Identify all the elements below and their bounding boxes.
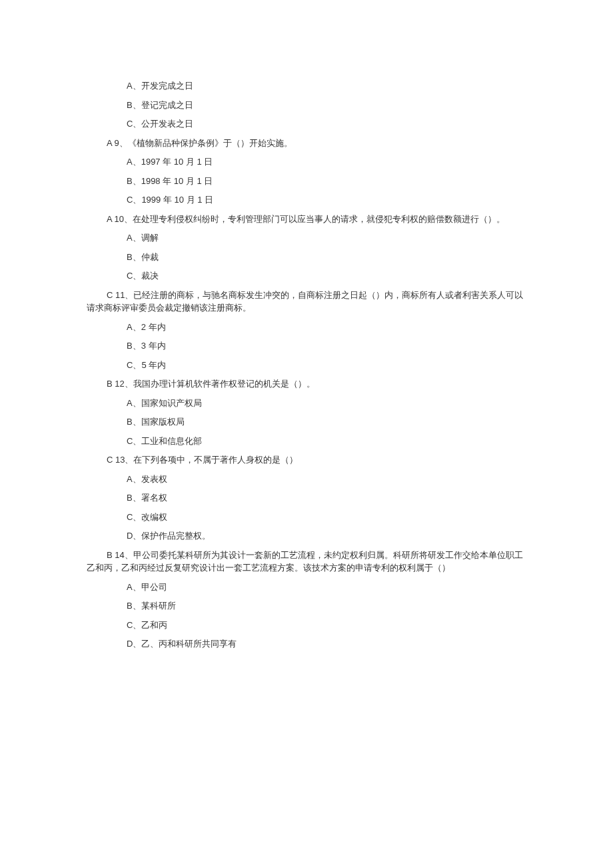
option-b: B、仲裁: [127, 251, 526, 264]
question-lead: A 10、: [107, 214, 133, 224]
option-d: D、乙、丙和科研所共同享有: [127, 637, 526, 651]
option-a: A、开发完成之日: [127, 79, 526, 93]
question-text: A 9、《植物新品种保护条例》于（）开始实施。: [87, 137, 526, 150]
question-lead: B 12、: [107, 379, 133, 389]
option-c: C、改编权: [127, 511, 526, 524]
option-c: C、乙和丙: [127, 619, 526, 632]
question-block-10: A 10、在处理专利侵权纠纷时，专利管理部门可以应当事人的请求，就侵犯专利权的赔…: [87, 213, 526, 283]
question-body: 《植物新品种保护条例》于（）开始实施。: [128, 138, 293, 148]
option-a: A、发表权: [127, 473, 526, 486]
option-b: B、3 年内: [127, 339, 526, 353]
question-lead: C 13、: [107, 455, 133, 465]
question-block-13: C 13、在下列各项中，不属于著作人身权的是（） A、发表权 B、署名权 C、改…: [87, 453, 526, 543]
option-c: C、公开发表之日: [127, 117, 526, 131]
question-text: B 12、我国办理计算机软件著作权登记的机关是（）。: [87, 377, 526, 391]
question-text: A 10、在处理专利侵权纠纷时，专利管理部门可以应当事人的请求，就侵犯专利权的赔…: [87, 213, 526, 226]
option-a: A、国家知识产权局: [127, 397, 526, 410]
option-c: C、裁决: [127, 269, 526, 283]
option-b: B、登记完成之日: [127, 99, 526, 112]
question-text: C 11、已经注册的商标，与驰名商标发生冲突的，自商标注册之日起（）内，商标所有…: [87, 289, 526, 315]
question-body: 在处理专利侵权纠纷时，专利管理部门可以应当事人的请求，就侵犯专利权的赔偿数额进行…: [133, 214, 505, 224]
question-body: 已经注册的商标，与驰名商标发生冲突的，自商标注册之日起（）内，商标所有人或者利害…: [87, 290, 523, 313]
question-text: C 13、在下列各项中，不属于著作人身权的是（）: [87, 453, 526, 467]
question-block: A、开发完成之日 B、登记完成之日 C、公开发表之日: [87, 79, 526, 131]
question-body: 我国办理计算机软件著作权登记的机关是（）。: [133, 379, 315, 389]
question-body: 在下列各项中，不属于著作人身权的是（）: [133, 455, 298, 465]
option-c: C、1999 年 10 月 1 日: [127, 193, 526, 207]
question-lead: A 9、: [107, 138, 128, 148]
option-a: A、1997 年 10 月 1 日: [127, 155, 526, 169]
question-block-12: B 12、我国办理计算机软件著作权登记的机关是（）。 A、国家知识产权局 B、国…: [87, 377, 526, 447]
option-d: D、保护作品完整权。: [127, 529, 526, 543]
option-b: B、1998 年 10 月 1 日: [127, 175, 526, 188]
question-lead: C 11、: [107, 290, 133, 300]
question-block-14: B 14、甲公司委托某科研所为其设计一套新的工艺流程，未约定权利归属。科研所将研…: [87, 549, 526, 651]
option-b: B、国家版权局: [127, 415, 526, 429]
option-a: A、2 年内: [127, 321, 526, 334]
option-c: C、5 年内: [127, 359, 526, 372]
question-block-11: C 11、已经注册的商标，与驰名商标发生冲突的，自商标注册之日起（）内，商标所有…: [87, 289, 526, 372]
option-b: B、某科研所: [127, 599, 526, 613]
option-a: A、调解: [127, 231, 526, 245]
question-body: 甲公司委托某科研所为其设计一套新的工艺流程，未约定权利归属。科研所将研发工作交给…: [87, 550, 523, 573]
option-c: C、工业和信息化部: [127, 435, 526, 448]
option-a: A、甲公司: [127, 581, 526, 594]
question-text: B 14、甲公司委托某科研所为其设计一套新的工艺流程，未约定权利归属。科研所将研…: [87, 549, 526, 575]
question-block-9: A 9、《植物新品种保护条例》于（）开始实施。 A、1997 年 10 月 1 …: [87, 137, 526, 207]
document-page: A、开发完成之日 B、登记完成之日 C、公开发表之日 A 9、《植物新品种保护条…: [0, 0, 613, 723]
option-b: B、署名权: [127, 491, 526, 505]
question-lead: B 14、: [107, 550, 133, 560]
